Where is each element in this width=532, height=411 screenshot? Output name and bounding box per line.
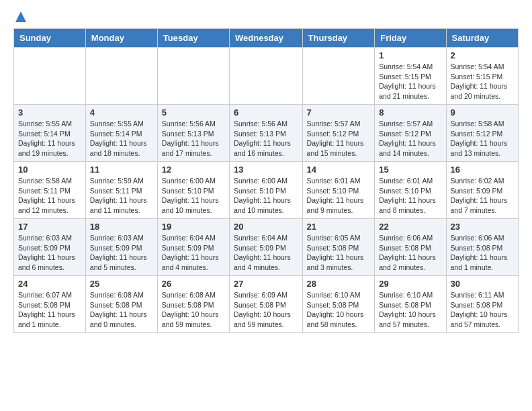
day-number: 11 — [90, 165, 153, 175]
calendar-cell: 3Sunrise: 5:55 AM Sunset: 5:14 PM Daylig… — [14, 105, 86, 162]
day-info: Sunrise: 5:55 AM Sunset: 5:14 PM Dayligh… — [18, 119, 81, 158]
calendar-week-row: 10Sunrise: 5:58 AM Sunset: 5:11 PM Dayli… — [14, 162, 519, 219]
day-info: Sunrise: 5:55 AM Sunset: 5:14 PM Dayligh… — [90, 119, 153, 158]
calendar-cell: 5Sunrise: 5:56 AM Sunset: 5:13 PM Daylig… — [157, 105, 229, 162]
day-number: 13 — [234, 165, 298, 175]
day-number: 3 — [18, 107, 81, 118]
calendar-header-wednesday: Wednesday — [230, 29, 303, 48]
day-number: 2 — [451, 50, 514, 60]
day-info: Sunrise: 6:11 AM Sunset: 5:08 PM Dayligh… — [451, 290, 514, 330]
calendar-cell: 1Sunrise: 5:54 AM Sunset: 5:15 PM Daylig… — [375, 48, 446, 105]
day-info: Sunrise: 5:56 AM Sunset: 5:13 PM Dayligh… — [234, 119, 298, 158]
day-number: 27 — [234, 279, 298, 289]
calendar-header-tuesday: Tuesday — [157, 29, 229, 48]
day-number: 6 — [234, 107, 298, 118]
day-number: 23 — [451, 222, 514, 232]
day-number: 5 — [162, 107, 225, 118]
day-info: Sunrise: 5:54 AM Sunset: 5:15 PM Dayligh… — [379, 62, 441, 101]
calendar-header-monday: Monday — [85, 29, 157, 48]
calendar-week-row: 24Sunrise: 6:07 AM Sunset: 5:08 PM Dayli… — [14, 276, 519, 333]
calendar-cell: 25Sunrise: 6:08 AM Sunset: 5:08 PM Dayli… — [85, 276, 157, 333]
day-number: 10 — [18, 165, 81, 175]
day-number: 24 — [18, 279, 81, 289]
day-info: Sunrise: 6:10 AM Sunset: 5:08 PM Dayligh… — [307, 290, 371, 330]
day-info: Sunrise: 6:06 AM Sunset: 5:08 PM Dayligh… — [379, 233, 441, 273]
day-info: Sunrise: 5:56 AM Sunset: 5:13 PM Dayligh… — [162, 119, 225, 158]
day-info: Sunrise: 6:08 AM Sunset: 5:08 PM Dayligh… — [90, 290, 153, 330]
day-number: 25 — [90, 279, 153, 289]
day-info: Sunrise: 6:10 AM Sunset: 5:08 PM Dayligh… — [379, 290, 441, 330]
day-number: 22 — [379, 222, 441, 232]
calendar-cell: 11Sunrise: 5:59 AM Sunset: 5:11 PM Dayli… — [85, 162, 157, 219]
calendar-cell: 23Sunrise: 6:06 AM Sunset: 5:08 PM Dayli… — [446, 219, 518, 276]
day-number: 12 — [162, 165, 225, 175]
day-info: Sunrise: 5:57 AM Sunset: 5:12 PM Dayligh… — [307, 119, 371, 158]
calendar-cell: 21Sunrise: 6:05 AM Sunset: 5:08 PM Dayli… — [302, 219, 375, 276]
day-info: Sunrise: 6:04 AM Sunset: 5:09 PM Dayligh… — [162, 233, 225, 273]
calendar-header-saturday: Saturday — [446, 29, 518, 48]
calendar-cell: 22Sunrise: 6:06 AM Sunset: 5:08 PM Dayli… — [375, 219, 446, 276]
day-number: 20 — [234, 222, 298, 232]
day-number: 16 — [451, 165, 514, 175]
day-number: 15 — [379, 165, 441, 175]
day-info: Sunrise: 6:05 AM Sunset: 5:08 PM Dayligh… — [307, 233, 371, 273]
day-info: Sunrise: 5:59 AM Sunset: 5:11 PM Dayligh… — [90, 176, 153, 216]
day-info: Sunrise: 5:58 AM Sunset: 5:11 PM Dayligh… — [18, 176, 81, 216]
calendar-cell: 13Sunrise: 6:00 AM Sunset: 5:10 PM Dayli… — [230, 162, 303, 219]
day-number: 30 — [451, 279, 514, 289]
day-info: Sunrise: 6:00 AM Sunset: 5:10 PM Dayligh… — [234, 176, 298, 216]
calendar-header-friday: Friday — [375, 29, 446, 48]
svg-marker-0 — [15, 11, 26, 22]
calendar-cell: 10Sunrise: 5:58 AM Sunset: 5:11 PM Dayli… — [14, 162, 86, 219]
calendar-cell: 6Sunrise: 5:56 AM Sunset: 5:13 PM Daylig… — [230, 105, 303, 162]
day-info: Sunrise: 6:06 AM Sunset: 5:08 PM Dayligh… — [451, 233, 514, 273]
calendar-cell: 28Sunrise: 6:10 AM Sunset: 5:08 PM Dayli… — [302, 276, 375, 333]
day-info: Sunrise: 6:04 AM Sunset: 5:09 PM Dayligh… — [234, 233, 298, 273]
calendar-cell — [14, 48, 86, 105]
page-header — [13, 13, 519, 21]
day-info: Sunrise: 6:02 AM Sunset: 5:09 PM Dayligh… — [451, 176, 514, 216]
calendar-cell: 17Sunrise: 6:03 AM Sunset: 5:09 PM Dayli… — [14, 219, 86, 276]
day-number: 29 — [379, 279, 441, 289]
calendar-cell: 20Sunrise: 6:04 AM Sunset: 5:09 PM Dayli… — [230, 219, 303, 276]
calendar-cell: 7Sunrise: 5:57 AM Sunset: 5:12 PM Daylig… — [302, 105, 375, 162]
logo — [13, 13, 27, 21]
calendar-cell: 18Sunrise: 6:03 AM Sunset: 5:09 PM Dayli… — [85, 219, 157, 276]
calendar-cell: 12Sunrise: 6:00 AM Sunset: 5:10 PM Dayli… — [157, 162, 229, 219]
calendar-cell: 29Sunrise: 6:10 AM Sunset: 5:08 PM Dayli… — [375, 276, 446, 333]
day-number: 17 — [18, 222, 81, 232]
calendar-cell — [157, 48, 229, 105]
day-info: Sunrise: 6:03 AM Sunset: 5:09 PM Dayligh… — [18, 233, 81, 273]
calendar-cell: 15Sunrise: 6:01 AM Sunset: 5:10 PM Dayli… — [375, 162, 446, 219]
calendar-table: SundayMondayTuesdayWednesdayThursdayFrid… — [13, 28, 519, 333]
day-info: Sunrise: 6:08 AM Sunset: 5:08 PM Dayligh… — [162, 290, 225, 330]
calendar-cell: 2Sunrise: 5:54 AM Sunset: 5:15 PM Daylig… — [446, 48, 518, 105]
calendar-header-sunday: Sunday — [14, 29, 86, 48]
day-info: Sunrise: 6:09 AM Sunset: 5:08 PM Dayligh… — [234, 290, 298, 330]
day-number: 9 — [451, 107, 514, 118]
day-number: 21 — [307, 222, 371, 232]
day-number: 7 — [307, 107, 371, 118]
day-number: 26 — [162, 279, 225, 289]
calendar-week-row: 1Sunrise: 5:54 AM Sunset: 5:15 PM Daylig… — [14, 48, 519, 105]
calendar-cell: 24Sunrise: 6:07 AM Sunset: 5:08 PM Dayli… — [14, 276, 86, 333]
calendar-cell — [302, 48, 375, 105]
calendar-cell: 16Sunrise: 6:02 AM Sunset: 5:09 PM Dayli… — [446, 162, 518, 219]
day-number: 4 — [90, 107, 153, 118]
calendar-cell: 14Sunrise: 6:01 AM Sunset: 5:10 PM Dayli… — [302, 162, 375, 219]
day-info: Sunrise: 6:07 AM Sunset: 5:08 PM Dayligh… — [18, 290, 81, 330]
calendar-header-row: SundayMondayTuesdayWednesdayThursdayFrid… — [14, 29, 519, 48]
logo-flag-icon — [15, 11, 27, 26]
calendar-cell: 4Sunrise: 5:55 AM Sunset: 5:14 PM Daylig… — [85, 105, 157, 162]
calendar-cell: 26Sunrise: 6:08 AM Sunset: 5:08 PM Dayli… — [157, 276, 229, 333]
day-info: Sunrise: 5:54 AM Sunset: 5:15 PM Dayligh… — [451, 62, 514, 101]
calendar-week-row: 17Sunrise: 6:03 AM Sunset: 5:09 PM Dayli… — [14, 219, 519, 276]
day-info: Sunrise: 6:01 AM Sunset: 5:10 PM Dayligh… — [379, 176, 441, 216]
calendar-cell: 30Sunrise: 6:11 AM Sunset: 5:08 PM Dayli… — [446, 276, 518, 333]
calendar-cell: 19Sunrise: 6:04 AM Sunset: 5:09 PM Dayli… — [157, 219, 229, 276]
day-number: 8 — [379, 107, 441, 118]
day-info: Sunrise: 5:57 AM Sunset: 5:12 PM Dayligh… — [379, 119, 441, 158]
calendar-cell: 8Sunrise: 5:57 AM Sunset: 5:12 PM Daylig… — [375, 105, 446, 162]
day-number: 28 — [307, 279, 371, 289]
day-info: Sunrise: 6:03 AM Sunset: 5:09 PM Dayligh… — [90, 233, 153, 273]
